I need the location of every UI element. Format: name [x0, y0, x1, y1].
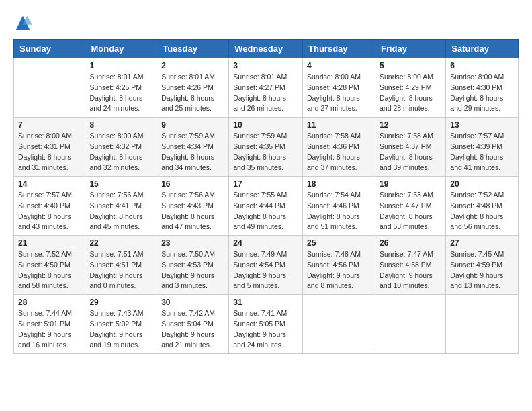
daylight-text: Daylight: 9 hours and 21 minutes.: [161, 330, 214, 349]
sunset-text: Sunset: 5:01 PM: [18, 320, 71, 328]
sunset-text: Sunset: 4:34 PM: [161, 142, 214, 150]
day-number: 7: [18, 120, 81, 130]
day-info: Sunrise: 7:54 AM Sunset: 4:46 PM Dayligh…: [307, 190, 371, 232]
sunrise-text: Sunrise: 7:56 AM: [161, 191, 215, 199]
sunset-text: Sunset: 4:47 PM: [380, 201, 432, 210]
sunrise-text: Sunrise: 8:01 AM: [89, 73, 143, 81]
sunset-text: Sunset: 4:56 PM: [307, 261, 359, 269]
calendar-cell: [303, 295, 375, 354]
daylight-text: Daylight: 9 hours and 5 minutes.: [233, 271, 286, 290]
sunset-text: Sunset: 4:43 PM: [161, 201, 214, 210]
sunrise-text: Sunrise: 7:59 AM: [233, 132, 287, 140]
calendar-cell: 31 Sunrise: 7:41 AM Sunset: 5:05 PM Dayl…: [229, 295, 303, 354]
sunrise-text: Sunrise: 7:52 AM: [18, 250, 72, 258]
daylight-text: Daylight: 9 hours and 19 minutes.: [89, 330, 142, 349]
sunset-text: Sunset: 4:37 PM: [380, 142, 432, 150]
calendar-cell: 28 Sunrise: 7:44 AM Sunset: 5:01 PM Dayl…: [14, 295, 85, 354]
sunset-text: Sunset: 4:36 PM: [307, 142, 359, 150]
sunset-text: Sunset: 4:27 PM: [233, 83, 285, 91]
sunset-text: Sunset: 4:58 PM: [380, 261, 432, 269]
calendar-cell: 6 Sunrise: 8:00 AM Sunset: 4:30 PM Dayli…: [446, 58, 519, 118]
day-number: 6: [450, 61, 514, 71]
sunset-text: Sunset: 4:35 PM: [233, 142, 285, 150]
day-number: 2: [161, 61, 224, 71]
sunrise-text: Sunrise: 7:42 AM: [161, 309, 215, 317]
sunrise-text: Sunrise: 8:01 AM: [233, 73, 287, 81]
header-monday: Monday: [85, 40, 157, 58]
day-number: 27: [450, 238, 514, 248]
sunrise-text: Sunrise: 7:51 AM: [89, 250, 143, 258]
day-info: Sunrise: 8:00 AM Sunset: 4:28 PM Dayligh…: [307, 72, 371, 114]
calendar-header-row: SundayMondayTuesdayWednesdayThursdayFrid…: [14, 40, 519, 58]
sunrise-text: Sunrise: 7:55 AM: [233, 191, 287, 199]
daylight-text: Daylight: 8 hours and 53 minutes.: [380, 212, 433, 231]
day-info: Sunrise: 7:44 AM Sunset: 5:01 PM Dayligh…: [18, 308, 81, 351]
day-number: 16: [161, 179, 224, 189]
calendar-cell: 20 Sunrise: 7:52 AM Sunset: 4:48 PM Dayl…: [446, 177, 519, 236]
calendar-cell: 5 Sunrise: 8:00 AM Sunset: 4:29 PM Dayli…: [375, 58, 445, 118]
day-info: Sunrise: 7:59 AM Sunset: 4:34 PM Dayligh…: [161, 131, 224, 173]
day-number: 11: [307, 120, 371, 130]
calendar-cell: 3 Sunrise: 8:01 AM Sunset: 4:27 PM Dayli…: [229, 58, 303, 118]
sunset-text: Sunset: 5:05 PM: [233, 320, 285, 328]
daylight-text: Daylight: 8 hours and 51 minutes.: [307, 212, 360, 231]
day-info: Sunrise: 8:00 AM Sunset: 4:31 PM Dayligh…: [18, 131, 81, 173]
page-header: [13, 13, 519, 32]
day-number: 30: [161, 298, 224, 307]
day-info: Sunrise: 7:57 AM Sunset: 4:39 PM Dayligh…: [450, 131, 514, 173]
daylight-text: Daylight: 8 hours and 32 minutes.: [89, 153, 142, 172]
daylight-text: Daylight: 8 hours and 47 minutes.: [161, 212, 214, 231]
sunrise-text: Sunrise: 7:59 AM: [161, 132, 215, 140]
calendar-cell: 29 Sunrise: 7:43 AM Sunset: 5:02 PM Dayl…: [85, 295, 157, 354]
daylight-text: Daylight: 8 hours and 25 minutes.: [161, 94, 214, 113]
sunrise-text: Sunrise: 7:53 AM: [380, 191, 433, 199]
sunrise-text: Sunrise: 8:00 AM: [18, 132, 72, 140]
sunrise-text: Sunrise: 7:47 AM: [380, 250, 433, 258]
calendar-week-row: 14 Sunrise: 7:57 AM Sunset: 4:40 PM Dayl…: [14, 177, 519, 236]
daylight-text: Daylight: 9 hours and 0 minutes.: [89, 271, 142, 290]
calendar-week-row: 28 Sunrise: 7:44 AM Sunset: 5:01 PM Dayl…: [14, 295, 519, 354]
day-info: Sunrise: 7:53 AM Sunset: 4:47 PM Dayligh…: [380, 190, 441, 232]
sunset-text: Sunset: 4:41 PM: [89, 201, 142, 210]
calendar-cell: 18 Sunrise: 7:54 AM Sunset: 4:46 PM Dayl…: [303, 177, 375, 236]
sunrise-text: Sunrise: 7:43 AM: [89, 309, 143, 317]
daylight-text: Daylight: 8 hours and 35 minutes.: [233, 153, 286, 172]
sunset-text: Sunset: 4:26 PM: [161, 83, 214, 91]
day-number: 21: [18, 238, 81, 248]
calendar-cell: [446, 295, 519, 354]
sunrise-text: Sunrise: 8:00 AM: [307, 73, 361, 81]
day-info: Sunrise: 7:42 AM Sunset: 5:04 PM Dayligh…: [161, 308, 224, 351]
sunset-text: Sunset: 5:04 PM: [161, 320, 214, 328]
day-number: 1: [89, 61, 152, 71]
sunrise-text: Sunrise: 7:50 AM: [161, 250, 215, 258]
calendar-cell: 12 Sunrise: 7:58 AM Sunset: 4:37 PM Dayl…: [375, 118, 445, 177]
calendar-table: SundayMondayTuesdayWednesdayThursdayFrid…: [13, 39, 519, 354]
sunset-text: Sunset: 4:30 PM: [450, 83, 502, 91]
sunset-text: Sunset: 4:46 PM: [307, 201, 359, 210]
sunrise-text: Sunrise: 7:54 AM: [307, 191, 361, 199]
daylight-text: Daylight: 9 hours and 24 minutes.: [233, 330, 286, 349]
sunset-text: Sunset: 4:48 PM: [450, 201, 502, 210]
day-number: 23: [161, 238, 224, 248]
daylight-text: Daylight: 8 hours and 58 minutes.: [18, 271, 71, 290]
day-number: 15: [89, 179, 152, 189]
sunset-text: Sunset: 4:59 PM: [450, 261, 502, 269]
day-info: Sunrise: 7:52 AM Sunset: 4:50 PM Dayligh…: [18, 249, 81, 291]
calendar-cell: [14, 58, 85, 118]
sunset-text: Sunset: 4:54 PM: [233, 261, 285, 269]
day-info: Sunrise: 7:50 AM Sunset: 4:53 PM Dayligh…: [161, 249, 224, 291]
daylight-text: Daylight: 8 hours and 56 minutes.: [450, 212, 503, 231]
day-number: 20: [450, 179, 514, 189]
daylight-text: Daylight: 8 hours and 31 minutes.: [18, 153, 71, 172]
day-info: Sunrise: 7:45 AM Sunset: 4:59 PM Dayligh…: [450, 249, 514, 291]
daylight-text: Daylight: 8 hours and 26 minutes.: [233, 94, 286, 113]
logo: [13, 13, 35, 32]
daylight-text: Daylight: 9 hours and 8 minutes.: [307, 271, 360, 290]
daylight-text: Daylight: 8 hours and 37 minutes.: [307, 153, 360, 172]
day-number: 29: [89, 298, 152, 307]
sunrise-text: Sunrise: 7:45 AM: [450, 250, 504, 258]
calendar-cell: 23 Sunrise: 7:50 AM Sunset: 4:53 PM Dayl…: [157, 236, 229, 295]
day-number: 28: [18, 298, 81, 307]
header-wednesday: Wednesday: [229, 40, 303, 58]
day-info: Sunrise: 7:56 AM Sunset: 4:43 PM Dayligh…: [161, 190, 224, 232]
